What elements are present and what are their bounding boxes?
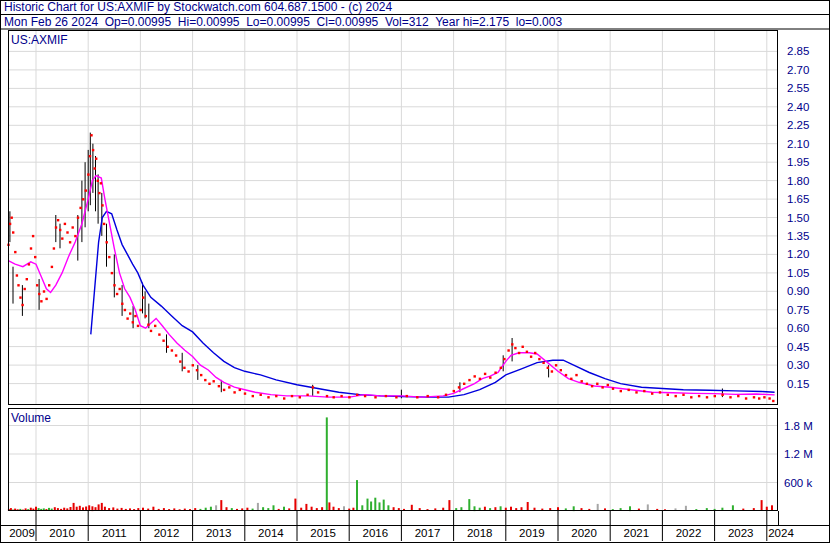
price-axis-labels: 0.150.300.450.600.750.901.051.201.351.50… [787,45,809,389]
svg-text:2.70: 2.70 [787,64,809,76]
svg-text:2021: 2021 [624,527,650,539]
svg-text:0.30: 0.30 [787,359,809,371]
svg-text:1.05: 1.05 [787,267,809,279]
grid-lines [8,30,778,511]
svg-text:2.10: 2.10 [787,138,809,150]
svg-text:2010: 2010 [49,527,75,539]
volume-axis-labels: 600 k1.2 M1.8 M [784,420,813,489]
svg-text:1.35: 1.35 [787,230,809,242]
svg-text:2016: 2016 [363,527,389,539]
svg-text:1.50: 1.50 [787,212,809,224]
volume-panel-title: Volume [11,411,51,425]
svg-text:2024: 2024 [768,527,794,539]
ma-slow-line [91,211,775,397]
svg-text:1.2 M: 1.2 M [784,448,813,460]
historic-chart-window: 0.150.300.450.600.750.901.051.201.351.50… [0,0,830,543]
svg-text:2.40: 2.40 [787,101,809,113]
svg-text:0.15: 0.15 [787,378,809,390]
svg-text:0.45: 0.45 [787,341,809,353]
svg-text:2014: 2014 [258,527,284,539]
svg-text:2013: 2013 [206,527,232,539]
svg-text:0.90: 0.90 [787,285,809,297]
volume-bars [8,417,773,511]
svg-text:1.80: 1.80 [787,175,809,187]
svg-text:1.65: 1.65 [787,193,809,205]
svg-text:2011: 2011 [102,527,127,539]
ma-fast-line [8,176,774,397]
svg-text:0.75: 0.75 [787,304,809,316]
svg-text:1.95: 1.95 [787,156,809,168]
svg-text:2023: 2023 [728,527,754,539]
stock-chart-canvas: 0.150.300.450.600.750.901.051.201.351.50… [0,0,830,543]
svg-text:2012: 2012 [154,527,180,539]
svg-text:2.55: 2.55 [787,82,809,94]
close-price-dots [7,134,774,402]
chart-header-line1: Historic Chart for US:AXMIF by Stockwatc… [4,1,392,13]
svg-text:2022: 2022 [676,527,702,539]
svg-text:2020: 2020 [571,527,597,539]
svg-text:2.85: 2.85 [787,45,809,57]
svg-text:2009: 2009 [9,527,35,539]
svg-text:600 k: 600 k [784,477,812,489]
price-panel-title: US:AXMIF [11,33,68,47]
high-low-bars [10,133,723,399]
svg-text:2017: 2017 [415,527,441,539]
svg-text:1.20: 1.20 [787,248,809,260]
svg-text:1.8 M: 1.8 M [784,420,813,432]
svg-text:0.60: 0.60 [787,322,809,334]
panel-borders [0,1,830,543]
svg-text:2.25: 2.25 [787,119,809,131]
svg-text:2018: 2018 [467,527,493,539]
svg-text:2015: 2015 [310,527,336,539]
chart-header-line2: Mon Feb 26 2024 Op=0.00995 Hi=0.00995 Lo… [4,16,562,28]
svg-text:2019: 2019 [519,527,545,539]
